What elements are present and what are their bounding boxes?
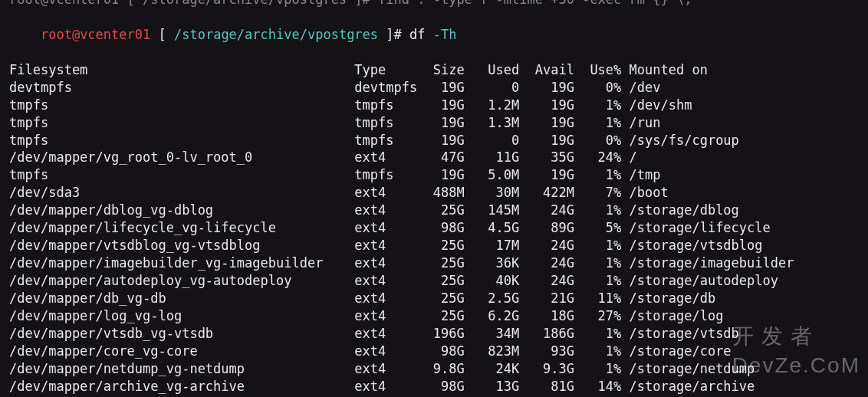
table-row: /dev/mapper/archive_vg-archive ext4 98G … [9, 378, 859, 395]
df-output-table: Filesystem Type Size Used Avail Use% Mou… [9, 61, 859, 397]
prompt-line: root@vcenter01 [ /storage/archive/vpostg… [9, 8, 859, 61]
table-row: /dev/mapper/lifecycle_vg-lifecycle ext4 … [9, 219, 859, 237]
table-row: /dev/mapper/log_vg-log ext4 25G 6.2G 18G… [9, 307, 859, 325]
table-row: /dev/mapper/db_vg-db ext4 25G 2.5G 21G 1… [9, 290, 859, 307]
table-row: tmpfs tmpfs 19G 0 19G 0% /sys/fs/cgroup [9, 132, 859, 149]
terminal-output[interactable]: root@vcenter01 [ /storage/archive/vpostg… [9, 0, 859, 397]
table-row: tmpfs tmpfs 19G 1.3M 19G 1% /run [9, 114, 859, 132]
table-row: /dev/mapper/core_vg-core ext4 98G 823M 9… [9, 343, 859, 360]
prompt-close-bracket: ]# [378, 27, 409, 42]
table-row: devtmpfs devtmpfs 19G 0 19G 0% /dev [9, 79, 859, 97]
prompt-cwd: /storage/archive/vpostgres [174, 27, 378, 42]
prompt-open-bracket: [ [150, 27, 174, 42]
table-row: /dev/mapper/imagebuilder_vg-imagebuilder… [9, 254, 859, 272]
command-name: df [409, 27, 433, 42]
table-row: /dev/mapper/vg_root_0-lv_root_0 ext4 47G… [9, 149, 859, 166]
table-header: Filesystem Type Size Used Avail Use% Mou… [9, 61, 859, 79]
cut-previous-line: root@vcenter01 [ /storage/archive/vpostg… [9, 0, 859, 8]
table-row: /dev/sda3 ext4 488M 30M 422M 7% /boot [9, 184, 859, 202]
table-row: /dev/mapper/vtsdb_vg-vtsdb ext4 196G 34M… [9, 325, 859, 343]
table-row: tmpfs tmpfs 19G 1.2M 19G 1% /dev/shm [9, 97, 859, 114]
table-row: tmpfs tmpfs 19G 5.0M 19G 1% /tmp [9, 166, 859, 184]
table-row: /dev/mapper/netdump_vg-netdump ext4 9.8G… [9, 360, 859, 378]
table-row: /dev/mapper/dblog_vg-dblog ext4 25G 145M… [9, 202, 859, 219]
table-row: /dev/mapper/vtsdblog_vg-vtsdblog ext4 25… [9, 237, 859, 254]
prompt-user-host: root@vcenter01 [41, 27, 150, 42]
table-row: /dev/mapper/autodeploy_vg-autodeploy ext… [9, 272, 859, 290]
command-flag: -Th [433, 27, 457, 42]
